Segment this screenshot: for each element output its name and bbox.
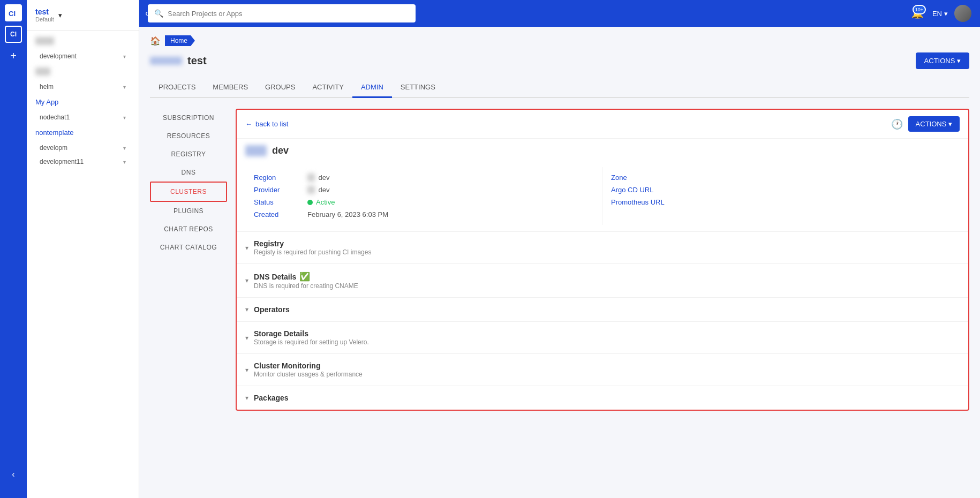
section-operators-header[interactable]: ▾ Operators <box>237 298 968 321</box>
tab-projects[interactable]: PROJECTS <box>150 78 204 98</box>
org-chevron-icon: ▾ <box>58 11 62 19</box>
nav-item-subscription[interactable]: SUBSCRIPTION <box>150 109 227 127</box>
sidebar-item-helm[interactable]: helm <box>27 63 139 80</box>
prometheus-link[interactable]: Promotheus URL <box>611 196 951 208</box>
chevron-down-icon: ▾ <box>123 145 126 151</box>
nav-item-registry[interactable]: REGISTRY <box>150 145 227 163</box>
region-value: dev <box>307 173 329 182</box>
language-label: EN <box>932 10 942 18</box>
provider-text: dev <box>318 186 329 194</box>
status-text: Active <box>316 198 335 206</box>
content-panel: ← back to list 🕐 ACTIONS ▾ dev <box>236 109 969 411</box>
zone-link[interactable]: Zone <box>611 171 951 184</box>
panel-actions: 🕐 ACTIONS ▾ <box>891 116 960 132</box>
breadcrumb: 🏠 Home <box>150 35 969 46</box>
provider-label: Provider <box>254 186 307 194</box>
section-registry-header[interactable]: ▾ Registry Registy is required for pushi… <box>237 232 968 263</box>
section-storage-title: Storage Details <box>254 329 369 338</box>
back-to-list-link[interactable]: ← back to list <box>245 120 288 128</box>
chevron-down-icon: ▾ <box>123 84 126 90</box>
org-name: test <box>35 7 54 16</box>
tab-admin[interactable]: ADMIN <box>352 78 392 98</box>
provider-blurred <box>307 186 315 194</box>
org-chevron-top-icon: ▾ <box>171 11 174 17</box>
refresh-area: ↻ civotest ▾ <box>139 6 174 18</box>
created-label: Created <box>254 210 307 218</box>
main-content: 🏠 Home test ACTIONS ▾ PROJECTS MEMBERS G… <box>139 27 980 498</box>
main-layout: SUBSCRIPTION RESOURCES REGISTRY DNS CLUS… <box>150 109 969 411</box>
language-chevron-icon: ▾ <box>944 10 948 18</box>
nav-item-plugins[interactable]: PLUGINS <box>150 202 227 220</box>
user-avatar[interactable] <box>954 5 971 22</box>
nav-item-chart-repos[interactable]: CHART REPOS <box>150 220 227 238</box>
section-dns-chevron-icon: ▾ <box>245 277 248 284</box>
sidebar-sub-developm[interactable]: developm ▾ <box>27 141 139 155</box>
sidebar-sub-helm-label: helm <box>40 83 54 90</box>
sidebar-sub-development[interactable]: development ▾ <box>27 49 139 63</box>
tab-activity[interactable]: ACTIVITY <box>304 78 352 98</box>
nav-item-resources[interactable]: RESOURCES <box>150 127 227 145</box>
nav-item-clusters[interactable]: CLUSTERS <box>150 182 227 202</box>
info-row-created: Created February 6, 2023 6:03 PM <box>254 208 593 221</box>
search-input[interactable] <box>168 10 409 18</box>
section-monitoring-header[interactable]: ▾ Cluster Monitoring Monitor cluster usa… <box>237 354 968 386</box>
status-value: Active <box>307 198 335 206</box>
org-title[interactable]: civotest <box>146 9 169 17</box>
history-button[interactable]: 🕐 <box>891 118 903 130</box>
section-monitoring-subtitle: Monitor cluster usages & performance <box>254 371 363 378</box>
sidebar-sub-development11[interactable]: development11 ▾ <box>27 155 139 169</box>
section-registry-title: Registry <box>254 239 371 248</box>
section-monitoring-chevron-icon: ▾ <box>245 366 248 374</box>
back-arrow-icon: ← <box>245 120 252 128</box>
blurred-prefix: docke <box>35 37 54 45</box>
region-text: dev <box>318 173 329 182</box>
add-button[interactable]: + <box>5 47 22 64</box>
content-wrapper: 🔍 🔔 10+ EN ▾ ↻ civotest ▾ 🏠 Home <box>139 0 980 498</box>
sidebar-items: docke development ▾ helm helm ▾ My App n… <box>27 31 139 171</box>
info-left: Region dev Provider dev <box>245 167 602 225</box>
section-packages-header[interactable]: ▾ Packages <box>237 386 968 410</box>
section-storage-chevron-icon: ▾ <box>245 334 248 342</box>
sidebar-sub-helm[interactable]: helm ▾ <box>27 80 139 94</box>
sidebar-item-myapp[interactable]: My App <box>27 94 139 110</box>
chevron-down-icon: ▾ <box>123 159 126 165</box>
page-actions-button[interactable]: ACTIONS ▾ <box>916 52 969 69</box>
section-dns-title: DNS Details ✅ <box>254 271 358 282</box>
info-row-status: Status Active <box>254 196 593 208</box>
breadcrumb-home-label[interactable]: Home <box>165 35 195 46</box>
panel-actions-button[interactable]: ACTIONS ▾ <box>908 116 960 132</box>
info-row-provider: Provider dev <box>254 184 593 196</box>
language-button[interactable]: EN ▾ <box>932 10 948 18</box>
section-monitoring-title: Cluster Monitoring <box>254 361 363 370</box>
sidebar-item-helm-label: helm <box>35 67 50 76</box>
home-icon[interactable]: 🏠 <box>150 36 161 46</box>
notification-badge: 10+ <box>913 5 926 14</box>
section-dns-header[interactable]: ▾ DNS Details ✅ DNS is required for crea… <box>237 264 968 297</box>
org-sub: Default <box>35 16 54 22</box>
page-title: test <box>187 55 207 67</box>
title-blurred-prefix <box>150 57 182 65</box>
sidebar-sub-nodechat1[interactable]: nodechat1 ▾ <box>27 110 139 124</box>
sidebar-header[interactable]: test Default ▾ <box>27 0 139 31</box>
tab-members[interactable]: MEMBERS <box>204 78 257 98</box>
created-value: February 6, 2023 6:03 PM <box>307 210 388 218</box>
page-title-row: test <box>150 55 207 67</box>
notification-button[interactable]: 🔔 10+ <box>909 5 926 22</box>
argo-cd-link[interactable]: Argo CD URL <box>611 184 951 196</box>
sidebar-item-nontemplate[interactable]: nontemplate <box>27 124 139 141</box>
logo[interactable]: CI <box>5 4 22 21</box>
section-storage-header[interactable]: ▾ Storage Details Storage is required fo… <box>237 322 968 353</box>
info-row-region: Region dev <box>254 171 593 184</box>
org-avatar[interactable]: CI <box>5 26 22 43</box>
tab-settings[interactable]: SETTINGS <box>392 78 444 98</box>
collapse-sidebar-button[interactable]: ‹ <box>5 466 22 483</box>
svg-text:CI: CI <box>9 10 16 18</box>
sidebar-item-nontemplate-label: nontemplate <box>35 129 74 137</box>
dns-check-icon: ✅ <box>299 271 310 282</box>
nav-item-chart-catalog[interactable]: CHART CATALOG <box>150 238 227 256</box>
tab-groups[interactable]: GROUPS <box>257 78 304 98</box>
topbar: 🔍 🔔 10+ EN ▾ <box>139 0 980 27</box>
search-bar[interactable]: 🔍 <box>148 4 416 22</box>
nav-item-dns[interactable]: DNS <box>150 163 227 182</box>
sidebar-item-docker[interactable]: docke <box>27 33 139 49</box>
